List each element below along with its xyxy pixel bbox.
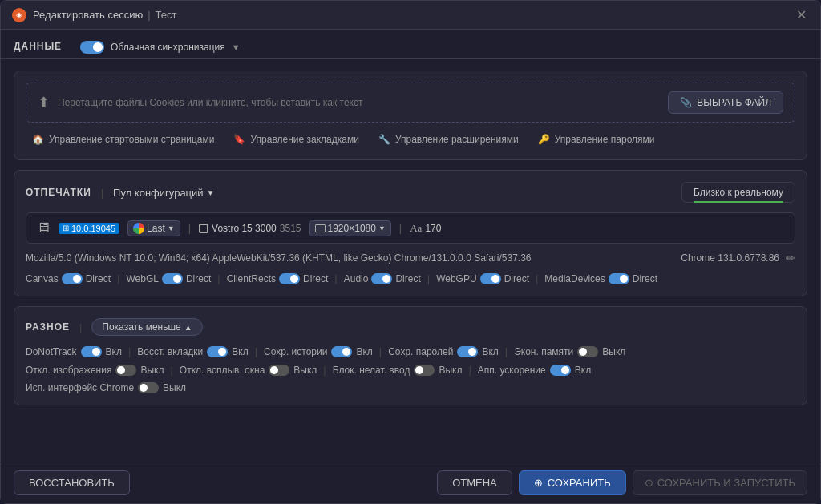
extension-icon: 🔧 [378,134,390,145]
param-sep1: | [117,272,119,284]
save-passwords-toggle[interactable] [457,346,478,357]
browser-version-dropdown[interactable]: Last ▼ [127,220,180,236]
title-separator: | [148,9,150,21]
misc-sep5: | [170,364,172,376]
chrome-icon [133,223,144,234]
webgl-toggle[interactable] [162,273,183,284]
fingerprint-config-row: 🖥 ⊞ 10.0.19045 Last ▼ | Vostro 15 3000 3… [26,212,795,244]
chrome-version-text: Chrome 131.0.6778.86 [681,252,779,264]
restore-tabs-toggle[interactable] [207,346,228,357]
misc-params-row1: DoNotTrack Вкл | Восст. вкладки Вкл | Со… [26,345,795,357]
laptop-icon [199,224,208,233]
restore-tabs-param: Восст. вкладки Вкл [137,346,248,357]
misc-section: РАЗНОЕ | Показать меньше ▲ DoNotTrack Вк… [14,306,807,405]
font-icon: Aa [410,222,422,235]
os-badge: ⊞ 10.0.19045 [59,223,119,234]
webgl-param: WebGL Direct [126,273,211,284]
header-separator: | [101,187,103,199]
misc-sep2: | [255,345,257,357]
browser-dropdown-icon: ▼ [168,224,175,232]
webgpu-toggle[interactable] [480,273,501,284]
nav-links-row: 🏠 Управление стартовыми страницами 🔖 Упр… [26,131,795,148]
canvas-toggle[interactable] [62,273,83,284]
fingerprint-header: ОТПЕЧАТКИ | Пул конфигураций ▼ Близко к … [26,182,795,203]
save-history-toggle[interactable] [331,346,352,357]
param-sep5: | [536,272,538,284]
choose-file-button[interactable]: 📎 ВЫБРАТЬ ФАЙЛ [668,91,783,114]
file-drop-placeholder: Перетащите файлы Cookies или кликните, ч… [58,97,660,108]
disable-images-toggle[interactable] [115,365,136,376]
cloud-sync-label: Облачная синхронизация [111,42,225,53]
audio-toggle[interactable] [371,273,392,284]
titlebar: ◈ Редактировать сессию | Тест ✕ [1,1,820,30]
resolution-icon [315,224,326,232]
chrome-ui-param: Исп. интерфейс Chrome Выкл [26,382,186,393]
fingerprint-params-row: Canvas Direct | WebGL Direct | ClientRec… [26,272,795,284]
mediadevices-toggle[interactable] [609,273,629,284]
cloud-sync-toggle-group: Облачная синхронизация ▼ [78,38,249,56]
misc-separator: | [79,321,82,333]
useragent-row: Mozilla/5.0 (Windows NT 10.0; Win64; x64… [26,252,795,264]
password-icon: 🔑 [538,134,550,145]
app-icon: ◈ [12,8,26,22]
save-button[interactable]: ⊕ СОХРАНИТЬ [519,470,626,495]
hw-acceleration-toggle[interactable] [550,365,571,376]
param-sep4: | [427,272,430,284]
resolution-dropdown[interactable]: 1920×1080 ▼ [309,220,391,236]
cloud-sync-dropdown-icon[interactable]: ▼ [232,42,241,52]
clientrects-toggle[interactable] [279,273,300,284]
pool-config-dropdown[interactable]: Пул конфигураций ▼ [113,187,214,199]
misc-sep3: | [379,345,382,357]
window-title: Редактировать сессию [33,9,143,21]
footer: ВОССТАНОВИТЬ ОТМЕНА ⊕ СОХРАНИТЬ ⊙ СОХРАН… [1,462,820,503]
memory-saver-param: Экон. памяти Выкл [514,346,625,357]
disable-images-param: Откл. изображения Выкл [26,365,164,376]
misc-params-row2: Откл. изображения Выкл | Откл. всплыв. о… [26,364,795,376]
file-drop-area[interactable]: ⬆ Перетащите файлы Cookies или кликните,… [26,83,795,123]
disable-popups-toggle[interactable] [269,365,289,376]
misc-params-row3: Исп. интерфейс Chrome Выкл [26,382,795,393]
fingerprint-section: ОТПЕЧАТКИ | Пул конфигураций ▼ Близко к … [14,170,807,296]
manage-start-pages-link[interactable]: 🏠 Управление стартовыми страницами [26,131,220,148]
tab-data[interactable]: ДАННЫЕ [14,36,62,58]
memory-saver-toggle[interactable] [577,346,598,357]
useragent-text: Mozilla/5.0 (Windows NT 10.0; Win64; x64… [26,252,532,264]
bookmark-icon: 🔖 [233,134,245,145]
misc-sep4: | [505,345,508,357]
show-less-button[interactable]: Показать меньше ▲ [91,318,202,336]
misc-label: РАЗНОЕ [26,321,70,333]
restore-button[interactable]: ВОССТАНОВИТЬ [14,470,130,495]
res-dropdown-icon: ▼ [378,224,386,232]
block-nonlatin-param: Блок. нелат. ввод Выкл [333,365,463,376]
config-divider2: | [399,222,402,234]
misc-sep1: | [128,345,131,357]
font-size-badge: Aa 170 [410,222,441,235]
webgpu-param: WebGPU Direct [436,273,529,284]
window-subtitle: Тест [156,9,177,21]
realness-button[interactable]: Близко к реальному [681,182,795,203]
manage-bookmarks-link[interactable]: 🔖 Управление закладками [227,131,365,148]
fingerprint-label: ОТПЕЧАТКИ [26,187,91,198]
save-launch-button[interactable]: ⊙ СОХРАНИТЬ И ЗАПУСТИТЬ [633,470,807,495]
data-section: ⬆ Перетащите файлы Cookies или кликните,… [14,71,807,160]
disable-popups-param: Откл. всплыв. окна Выкл [180,365,317,376]
manage-passwords-link[interactable]: 🔑 Управление паролями [532,131,661,148]
donottrack-toggle[interactable] [81,346,102,357]
config-divider1: | [188,222,191,234]
pool-dropdown-icon: ▼ [207,188,215,197]
save-launch-icon: ⊙ [645,477,653,489]
clientrects-param: ClientRects Direct [227,273,329,284]
misc-header: РАЗНОЕ | Показать меньше ▲ [26,318,795,336]
edit-ua-icon[interactable]: ✏ [786,252,795,264]
close-button[interactable]: ✕ [793,7,809,22]
cloud-sync-toggle[interactable] [80,41,104,54]
footer-right-buttons: ОТМЕНА ⊕ СОХРАНИТЬ ⊙ СОХРАНИТЬ И ЗАПУСТИ… [437,470,807,495]
chrome-ui-toggle[interactable] [138,382,159,393]
manage-extensions-link[interactable]: 🔧 Управление расширениями [372,131,525,148]
block-nonlatin-toggle[interactable] [414,365,435,376]
main-window: ◈ Редактировать сессию | Тест ✕ ДАННЫЕ О… [0,0,821,504]
mediadevices-param: MediaDevices Direct [544,273,657,284]
audio-param: Audio Direct [344,273,421,284]
device-model-badge: Vostro 15 3000 3515 [199,223,301,234]
cancel-button[interactable]: ОТМЕНА [437,470,512,495]
